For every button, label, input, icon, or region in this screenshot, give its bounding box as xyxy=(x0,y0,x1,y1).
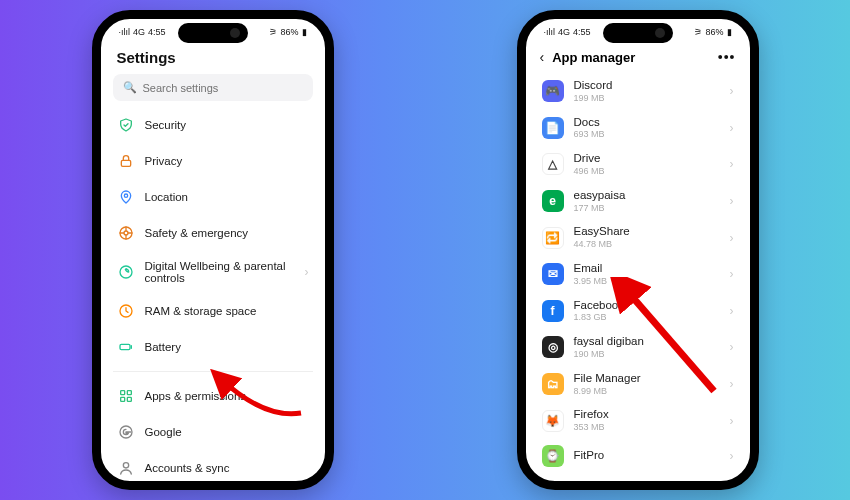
page-title: Settings xyxy=(113,45,313,74)
battery-percent: 86% xyxy=(705,27,723,37)
app-icon: 📄 xyxy=(542,117,564,139)
phone-app-manager: ·ılıl 4G 4:55 ⚞ 86% ▮ ‹ App manager ••• … xyxy=(517,10,759,490)
app-name: easypaisa xyxy=(574,189,720,203)
leaf-icon xyxy=(117,263,135,281)
settings-row-accounts[interactable]: Accounts & sync xyxy=(113,450,313,481)
app-icon: e xyxy=(542,190,564,212)
app-size: 177 MB xyxy=(574,203,720,214)
app-text: Email3.95 MB xyxy=(574,262,720,287)
app-name: Firefox xyxy=(574,408,720,422)
more-options-button[interactable]: ••• xyxy=(718,49,736,65)
network-label: 4G xyxy=(558,27,570,37)
app-name: Email xyxy=(574,262,720,276)
notch xyxy=(178,23,248,43)
app-text: Docs693 MB xyxy=(574,116,720,141)
app-row-filemgr[interactable]: 🗂File Manager8.99 MB› xyxy=(538,366,738,403)
svg-rect-10 xyxy=(127,397,131,401)
chevron-right-icon: › xyxy=(730,304,734,318)
wifi-icon: ⚞ xyxy=(269,27,277,37)
settings-row-label: Safety & emergency xyxy=(145,227,309,239)
svg-rect-9 xyxy=(120,397,124,401)
app-row-easyshare[interactable]: 🔁EasyShare44.78 MB› xyxy=(538,219,738,256)
app-name: Discord xyxy=(574,79,720,93)
app-size: 190 MB xyxy=(574,349,720,360)
settings-row-battery[interactable]: Battery xyxy=(113,329,313,365)
app-text: Drive496 MB xyxy=(574,152,720,177)
battery-icon: ▮ xyxy=(302,27,307,37)
app-name: Drive xyxy=(574,152,720,166)
network-label: 4G xyxy=(133,27,145,37)
app-name: EasyShare xyxy=(574,225,720,239)
app-icon: 🔁 xyxy=(542,227,564,249)
app-icon: 🗂 xyxy=(542,373,564,395)
app-text: Facebook1.83 GB xyxy=(574,299,720,324)
settings-row-label: Google xyxy=(145,426,309,438)
chevron-right-icon: › xyxy=(730,121,734,135)
clock: 4:55 xyxy=(148,27,166,37)
svg-rect-7 xyxy=(120,391,124,395)
settings-row-safety[interactable]: Safety & emergency xyxy=(113,215,313,251)
app-size: 693 MB xyxy=(574,129,720,140)
app-row-firefox[interactable]: 🦊Firefox353 MB› xyxy=(538,402,738,439)
chevron-right-icon: › xyxy=(730,157,734,171)
svg-point-12 xyxy=(123,463,128,468)
settings-row-location[interactable]: Location xyxy=(113,179,313,215)
app-row-fitpro[interactable]: ⌚FitPro› xyxy=(538,439,738,473)
chevron-right-icon: › xyxy=(730,231,734,245)
settings-row-label: Location xyxy=(145,191,309,203)
settings-row-google[interactable]: Google xyxy=(113,414,313,450)
chevron-right-icon: › xyxy=(730,267,734,281)
app-name: File Manager xyxy=(574,372,720,386)
app-size: 199 MB xyxy=(574,93,720,104)
app-row-drive[interactable]: △Drive496 MB› xyxy=(538,146,738,183)
app-icon: ◎ xyxy=(542,336,564,358)
app-text: faysal digiban190 MB xyxy=(574,335,720,360)
signal-icon: ·ılıl xyxy=(544,27,556,37)
battery-icon: ▮ xyxy=(727,27,732,37)
app-text: Discord199 MB xyxy=(574,79,720,104)
shield-icon xyxy=(117,116,135,134)
settings-row-privacy[interactable]: Privacy xyxy=(113,143,313,179)
settings-row-label: Privacy xyxy=(145,155,309,167)
settings-row-ram[interactable]: RAM & storage space xyxy=(113,293,313,329)
settings-row-apps[interactable]: Apps & permissions xyxy=(113,378,313,414)
app-icon: ⌚ xyxy=(542,445,564,467)
app-row-facebook[interactable]: fFacebook1.83 GB› xyxy=(538,293,738,330)
chevron-right-icon: › xyxy=(730,340,734,354)
app-size: 1.83 GB xyxy=(574,312,720,323)
lock-icon xyxy=(117,152,135,170)
chevron-right-icon: › xyxy=(730,377,734,391)
svg-rect-8 xyxy=(127,391,131,395)
chevron-right-icon: › xyxy=(305,265,309,279)
divider xyxy=(113,371,313,372)
app-row-easypaisa[interactable]: eeasypaisa177 MB› xyxy=(538,183,738,220)
app-size: 3.95 MB xyxy=(574,276,720,287)
settings-row-label: Security xyxy=(145,119,309,131)
app-row-docs[interactable]: 📄Docs693 MB› xyxy=(538,110,738,147)
google-icon xyxy=(117,423,135,441)
page-title: App manager xyxy=(552,50,710,65)
app-text: File Manager8.99 MB xyxy=(574,372,720,397)
svg-rect-6 xyxy=(120,344,130,349)
battery-percent: 86% xyxy=(280,27,298,37)
chevron-right-icon: › xyxy=(730,84,734,98)
app-row-faysal[interactable]: ◎faysal digiban190 MB› xyxy=(538,329,738,366)
app-icon: ✉ xyxy=(542,263,564,285)
settings-row-wellbeing[interactable]: Digital Wellbeing & parental controls› xyxy=(113,251,313,293)
svg-rect-0 xyxy=(121,160,130,166)
app-row-discord[interactable]: 🎮Discord199 MB› xyxy=(538,73,738,110)
settings-row-security[interactable]: Security xyxy=(113,107,313,143)
search-input[interactable] xyxy=(143,82,303,94)
app-name: FitPro xyxy=(574,449,720,463)
pin-icon xyxy=(117,188,135,206)
app-row-email[interactable]: ✉Email3.95 MB› xyxy=(538,256,738,293)
back-button[interactable]: ‹ xyxy=(540,49,545,65)
app-icon: △ xyxy=(542,153,564,175)
app-name: Facebook xyxy=(574,299,720,313)
app-icon: 🎮 xyxy=(542,80,564,102)
search-box[interactable]: 🔍 xyxy=(113,74,313,101)
app-size: 353 MB xyxy=(574,422,720,433)
chevron-right-icon: › xyxy=(730,194,734,208)
app-text: Firefox353 MB xyxy=(574,408,720,433)
chevron-right-icon: › xyxy=(730,414,734,428)
